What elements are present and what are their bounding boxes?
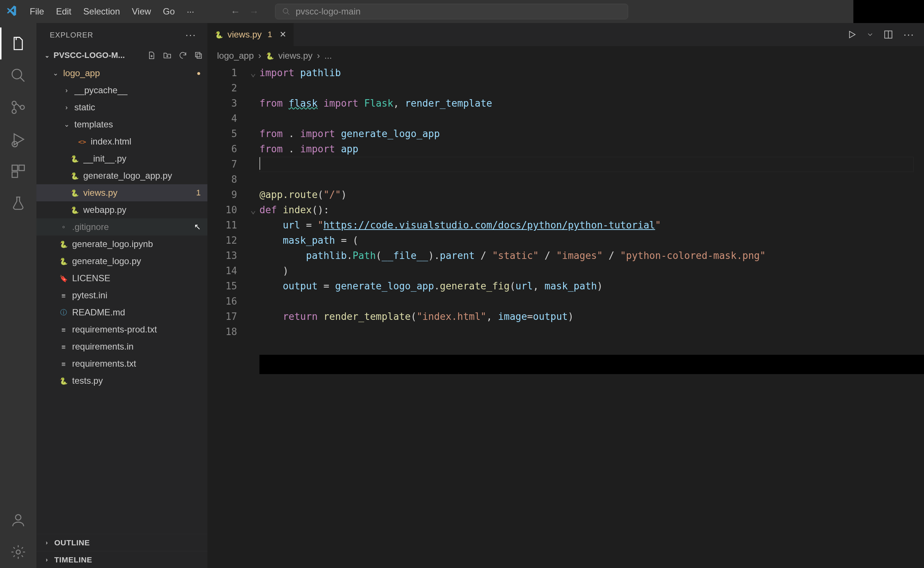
tree-folder-templates[interactable]: ⌄ templates [36, 116, 207, 133]
tree-file-webapp[interactable]: 🐍 webapp.py [36, 201, 207, 218]
python-file-icon: 🐍 [70, 172, 80, 180]
tree-file-req-prod[interactable]: ≡ requirements-prod.txt [36, 321, 207, 338]
explorer-title: EXPLORER [50, 31, 93, 39]
new-file-icon[interactable] [147, 51, 156, 60]
folder-actions [147, 51, 203, 60]
chevron-right-icon: › [62, 104, 71, 112]
menu-file[interactable]: File [24, 4, 50, 19]
svg-point-2 [12, 69, 22, 79]
tree-file-pytest[interactable]: ≡ pytest.ini [36, 287, 207, 304]
chevron-right-icon: › [62, 86, 71, 94]
svg-rect-15 [197, 54, 201, 58]
activity-source-control-icon[interactable] [0, 91, 36, 123]
modified-indicator-icon: ● [197, 69, 201, 77]
text-cursor [259, 157, 260, 170]
tree-file-views[interactable]: 🐍 views.py 1 [36, 184, 207, 201]
tree-file-license[interactable]: 🔖 LICENSE [36, 270, 207, 287]
activity-explorer-icon[interactable] [0, 27, 36, 59]
python-file-icon: 🐍 [70, 206, 80, 214]
svg-point-0 [283, 9, 288, 14]
python-file-icon: 🐍 [59, 377, 68, 385]
activity-accounts-icon[interactable] [0, 504, 36, 536]
split-editor-icon[interactable] [883, 30, 893, 39]
tree-file-generate-py[interactable]: 🐍 generate_logo.py [36, 252, 207, 270]
activity-search-icon[interactable] [0, 59, 36, 91]
tab-label: views.py [227, 29, 262, 40]
search-icon [282, 8, 290, 16]
refresh-icon[interactable] [178, 51, 188, 60]
tab-bar: 🐍 views.py 1 ✕ ··· [207, 23, 924, 46]
activity-bar [0, 23, 36, 568]
file-tree: ⌄ logo_app ● › __pycache__ › static ⌄ te… [36, 64, 207, 534]
collapse-all-icon[interactable] [194, 51, 203, 60]
python-file-icon: 🐍 [70, 155, 80, 163]
timeline-panel-header[interactable]: › TIMELINE [36, 551, 207, 568]
breadcrumb[interactable]: logo_app › 🐍 views.py › ... [207, 46, 924, 65]
svg-rect-9 [12, 165, 18, 171]
python-file-icon: 🐍 [59, 257, 68, 265]
license-file-icon: 🔖 [59, 275, 68, 282]
python-file-icon: 🐍 [70, 189, 80, 197]
text-file-icon: ≡ [59, 360, 68, 368]
code-editor[interactable]: 123456789101112131415161718 ⌄⌄ import pa… [207, 65, 924, 568]
svg-rect-11 [12, 172, 18, 178]
info-file-icon: ⓘ [59, 308, 68, 317]
tree-file-tests[interactable]: 🐍 tests.py [36, 372, 207, 389]
breadcrumb-segment[interactable]: views.py [278, 50, 313, 61]
close-tab-icon[interactable]: ✕ [280, 30, 286, 39]
html-file-icon: <> [77, 138, 87, 146]
breadcrumb-segment[interactable]: logo_app [217, 50, 254, 61]
menu-overflow-icon[interactable]: ··· [183, 4, 198, 19]
tree-file-readme[interactable]: ⓘ README.md [36, 304, 207, 321]
outline-panel-header[interactable]: › OUTLINE [36, 534, 207, 551]
tree-file-init[interactable]: 🐍 __init__.py [36, 150, 207, 167]
command-center[interactable]: pvscc-logo-main [275, 4, 628, 19]
svg-marker-16 [849, 31, 855, 38]
chevron-right-icon: › [317, 50, 320, 61]
run-dropdown-icon[interactable] [867, 30, 873, 39]
activity-testing-icon[interactable] [0, 187, 36, 219]
tree-file-ipynb[interactable]: 🐍 generate_logo.ipynb [36, 236, 207, 252]
explorer-header: EXPLORER ··· [36, 23, 207, 47]
menu-view[interactable]: View [127, 4, 156, 19]
run-icon[interactable] [847, 30, 857, 39]
menu-selection[interactable]: Selection [78, 4, 125, 19]
tree-folder-logo-app[interactable]: ⌄ logo_app ● [36, 65, 207, 82]
gitignore-file-icon: ◦ [59, 223, 68, 231]
tree-folder-static[interactable]: › static [36, 99, 207, 116]
activity-extensions-icon[interactable] [0, 155, 36, 187]
nav-arrows: ← → [230, 7, 259, 17]
menu-go[interactable]: Go [157, 4, 180, 19]
tree-file-req-in[interactable]: ≡ requirements.in [36, 338, 207, 355]
editor-more-icon[interactable]: ··· [904, 29, 914, 41]
folder-name: PVSCC-LOGO-M... [53, 50, 144, 60]
tree-file-gitignore[interactable]: ◦ .gitignore ↖ [36, 218, 207, 236]
code-content[interactable]: import pathlib from flask import Flask, … [259, 65, 916, 324]
problems-count-badge: 1 [196, 188, 201, 198]
svg-marker-7 [14, 134, 24, 145]
folder-header[interactable]: ⌄ PVSCC-LOGO-M... [36, 47, 207, 64]
menu-bar: File Edit Selection View Go [24, 4, 180, 19]
breadcrumb-segment[interactable]: ... [325, 50, 332, 61]
activity-run-debug-icon[interactable] [0, 123, 36, 155]
new-folder-icon[interactable] [163, 51, 172, 60]
chevron-right-icon: › [43, 556, 51, 563]
svg-rect-14 [195, 52, 200, 57]
svg-point-13 [17, 550, 20, 554]
svg-line-3 [20, 78, 24, 82]
text-file-icon: ≡ [59, 326, 68, 334]
activity-settings-icon[interactable] [0, 536, 36, 568]
tree-file-generate-app[interactable]: 🐍 generate_logo_app.py [36, 167, 207, 184]
tab-views-py[interactable]: 🐍 views.py 1 ✕ [207, 23, 294, 46]
menu-edit[interactable]: Edit [51, 4, 77, 19]
tree-file-index-html[interactable]: <> index.html [36, 133, 207, 150]
tree-file-req-txt[interactable]: ≡ requirements.txt [36, 355, 207, 372]
sidebar-explorer: EXPLORER ··· ⌄ PVSCC-LOGO-M... ⌄ logo_ap… [36, 23, 207, 568]
nav-forward-icon[interactable]: → [249, 7, 259, 17]
notebook-file-icon: 🐍 [59, 240, 68, 248]
sidebar-bottom-panels: › OUTLINE › TIMELINE [36, 534, 207, 568]
explorer-more-icon[interactable]: ··· [186, 29, 196, 41]
fold-gutter[interactable]: ⌄⌄ [248, 65, 258, 218]
tree-folder-pycache[interactable]: › __pycache__ [36, 82, 207, 99]
nav-back-icon[interactable]: ← [230, 7, 240, 17]
